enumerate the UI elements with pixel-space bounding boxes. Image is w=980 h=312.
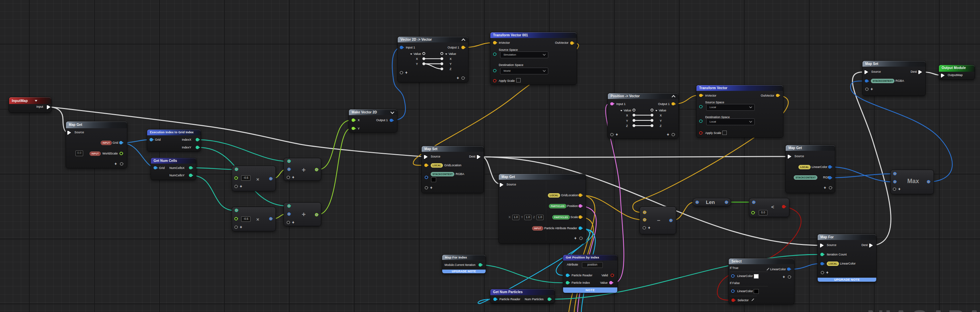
svg-text:X: X	[626, 114, 628, 117]
svg-text:Y: Y	[660, 119, 662, 122]
svg-text:X: X	[416, 57, 418, 60]
svg-text:Y: Y	[450, 62, 452, 66]
svg-text:Z: Z	[626, 124, 628, 128]
svg-text:Z: Z	[450, 67, 452, 71]
svg-text:Y: Y	[626, 119, 628, 122]
svg-text:Value: Value	[449, 52, 456, 55]
svg-text:X: X	[450, 57, 452, 60]
svg-text:Value: Value	[624, 109, 631, 112]
svg-text:Z: Z	[660, 124, 662, 128]
svg-text:Value: Value	[659, 109, 666, 112]
svg-text:X: X	[660, 114, 662, 117]
svg-text:Value: Value	[414, 52, 421, 55]
svg-text:Y: Y	[416, 62, 418, 66]
